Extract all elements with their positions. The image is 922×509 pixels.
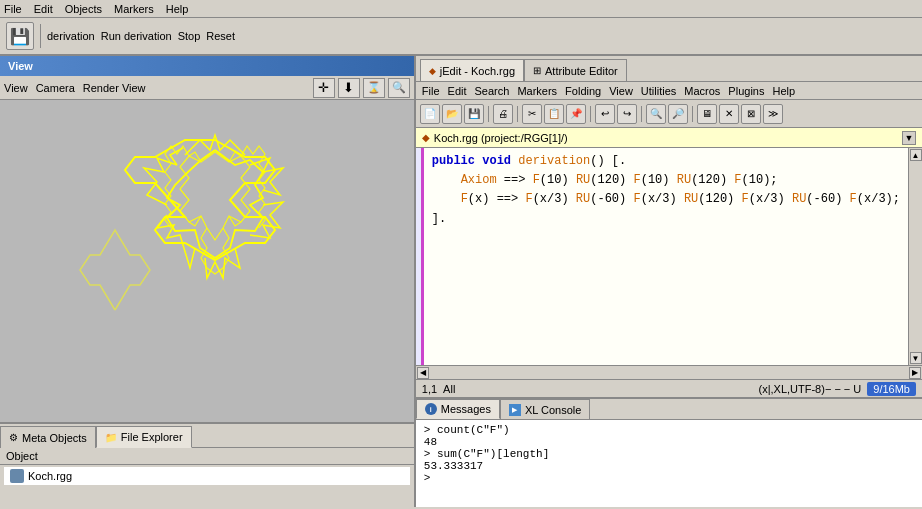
je-sep5 — [692, 106, 693, 122]
code-line-2: Axiom ==> F(10) RU(120) F(10) RU(120) F(… — [432, 171, 900, 190]
scroll-h-track — [429, 366, 909, 379]
jedit-menu-utilities[interactable]: Utilities — [641, 85, 676, 97]
scroll-track — [909, 161, 922, 352]
jedit-menu-view[interactable]: View — [609, 85, 633, 97]
jedit-tab-header: ◆ jEdit - Koch.rgg ⊞ Attribute Editor — [416, 56, 922, 82]
je-copy-btn[interactable]: 📋 — [544, 104, 564, 124]
view-clock-btn[interactable]: ⌛ — [363, 78, 385, 98]
status-bar: 1,1 All (x|,XL,UTF-8)− − − U 9/16Mb — [416, 379, 922, 397]
main-toolbar: 💾 derivation Run derivation Stop Reset — [0, 18, 922, 56]
je-search2-btn[interactable]: 🔎 — [668, 104, 688, 124]
console-line-5: > — [424, 472, 914, 484]
meta-objects-tab[interactable]: ⚙ Meta Objects — [0, 426, 96, 448]
derivation-label[interactable]: derivation — [47, 30, 95, 42]
status-mode: All — [443, 383, 455, 395]
bottom-tabs-bar: i Messages ▶ XL Console — [416, 397, 922, 419]
object-item-row[interactable]: Koch.rgg — [4, 467, 410, 485]
file-explorer-tab[interactable]: 📁 File Explorer — [96, 426, 192, 448]
menu-objects[interactable]: Objects — [65, 3, 102, 15]
console-line-4: 53.333317 — [424, 460, 914, 472]
vertical-scrollbar[interactable]: ▲ ▼ — [908, 148, 922, 365]
path-dropdown-btn[interactable]: ▼ — [902, 131, 916, 145]
console-line-1: > count(C"F") — [424, 424, 914, 436]
code-line-1: public void derivation() [. — [432, 152, 900, 171]
koch-snowflake — [15, 110, 414, 380]
code-gutter — [416, 148, 424, 365]
jedit-menu-macros[interactable]: Macros — [684, 85, 720, 97]
je-x-btn[interactable]: ⊠ — [741, 104, 761, 124]
svg-marker-0 — [125, 140, 275, 260]
je-sep2 — [517, 106, 518, 122]
view-menu-render[interactable]: Render View — [83, 82, 146, 94]
menu-edit[interactable]: Edit — [34, 3, 53, 15]
run-derivation-label[interactable]: Run derivation — [101, 30, 172, 42]
object-item-icon — [10, 469, 24, 483]
object-column-header: Object — [0, 448, 414, 465]
menu-file[interactable]: File — [4, 3, 22, 15]
view-title: View — [8, 60, 33, 72]
console-line-3: > sum(C"F")[length] — [424, 448, 914, 460]
jedit-menu-file[interactable]: File — [422, 85, 440, 97]
object-tabs-bar: ⚙ Meta Objects 📁 File Explorer — [0, 422, 414, 448]
save-icon-btn[interactable]: 💾 — [6, 22, 34, 50]
je-close-btn[interactable]: ✕ — [719, 104, 739, 124]
je-sep3 — [590, 106, 591, 122]
stop-label[interactable]: Stop — [178, 30, 201, 42]
scroll-down-btn[interactable]: ▼ — [910, 352, 922, 364]
je-new-btn[interactable]: 📄 — [420, 104, 440, 124]
jedit-attr-tab[interactable]: ⊞ Attribute Editor — [524, 59, 627, 81]
console-line-2: 48 — [424, 436, 914, 448]
scroll-right-btn[interactable]: ▶ — [909, 367, 921, 379]
menu-help[interactable]: Help — [166, 3, 189, 15]
status-position: 1,1 — [422, 383, 437, 395]
je-more-btn[interactable]: ≫ — [763, 104, 783, 124]
right-panel: ◆ jEdit - Koch.rgg ⊞ Attribute Editor Fi… — [416, 56, 922, 507]
code-line-4: ]. — [432, 210, 900, 229]
jedit-menu-plugins[interactable]: Plugins — [728, 85, 764, 97]
code-content[interactable]: public void derivation() [. Axiom ==> F(… — [424, 148, 908, 365]
console-content[interactable]: > count(C"F") 48 > sum(C"F")[length] 53.… — [416, 419, 922, 507]
je-search-btn[interactable]: 🔍 — [646, 104, 666, 124]
status-encoding: (x|,XL,UTF-8)− − − U — [758, 383, 861, 395]
scroll-up-btn[interactable]: ▲ — [910, 149, 922, 161]
jedit-menu-bar: File Edit Search Markers Folding View Ut… — [416, 82, 922, 100]
jedit-menu-markers[interactable]: Markers — [517, 85, 557, 97]
scroll-left-btn[interactable]: ◀ — [417, 367, 429, 379]
je-undo-btn[interactable]: ↩ — [595, 104, 615, 124]
jedit-toolbar: 📄 📂 💾 🖨 ✂ 📋 📌 ↩ ↪ 🔍 🔎 🖥 ✕ ⊠ ≫ — [416, 100, 922, 128]
top-menu-bar: File Edit Objects Markers Help — [0, 0, 922, 18]
menu-markers[interactable]: Markers — [114, 3, 154, 15]
je-paste-btn[interactable]: 📌 — [566, 104, 586, 124]
horizontal-scrollbar[interactable]: ◀ ▶ — [416, 365, 922, 379]
je-monitor-btn[interactable]: 🖥 — [697, 104, 717, 124]
je-redo-btn[interactable]: ↪ — [617, 104, 637, 124]
file-path-bar: ◆ Koch.rgg (project:/RGG[1]/) ▼ — [416, 128, 922, 148]
view-menu-camera[interactable]: Camera — [36, 82, 75, 94]
view-down-btn[interactable]: ⬇ — [338, 78, 360, 98]
je-print-btn[interactable]: 🖨 — [493, 104, 513, 124]
object-item-label: Koch.rgg — [28, 470, 72, 482]
jedit-menu-folding[interactable]: Folding — [565, 85, 601, 97]
main-layout: View View Camera Render View ✛ ⬇ ⌛ 🔍 — [0, 56, 922, 507]
status-memory-badge: 9/16Mb — [867, 382, 916, 396]
jedit-menu-search[interactable]: Search — [475, 85, 510, 97]
view-header: View — [0, 56, 414, 76]
jedit-main-tab[interactable]: ◆ jEdit - Koch.rgg — [420, 59, 524, 81]
je-open-btn[interactable]: 📂 — [442, 104, 462, 124]
jedit-menu-help[interactable]: Help — [772, 85, 795, 97]
view-menu-view[interactable]: View — [4, 82, 28, 94]
code-editor[interactable]: public void derivation() [. Axiom ==> F(… — [416, 148, 922, 365]
je-save-btn[interactable]: 💾 — [464, 104, 484, 124]
view-move-btn[interactable]: ✛ — [313, 78, 335, 98]
file-path-text: Koch.rgg (project:/RGG[1]/) — [434, 132, 568, 144]
messages-tab[interactable]: i Messages — [416, 399, 500, 419]
left-panel: View View Camera Render View ✛ ⬇ ⌛ 🔍 — [0, 56, 416, 507]
je-cut-btn[interactable]: ✂ — [522, 104, 542, 124]
toolbar-sep1 — [40, 24, 41, 48]
reset-label[interactable]: Reset — [206, 30, 235, 42]
view-search-btn[interactable]: 🔍 — [388, 78, 410, 98]
je-sep1 — [488, 106, 489, 122]
je-sep4 — [641, 106, 642, 122]
xl-console-tab[interactable]: ▶ XL Console — [500, 399, 590, 419]
jedit-menu-edit[interactable]: Edit — [448, 85, 467, 97]
